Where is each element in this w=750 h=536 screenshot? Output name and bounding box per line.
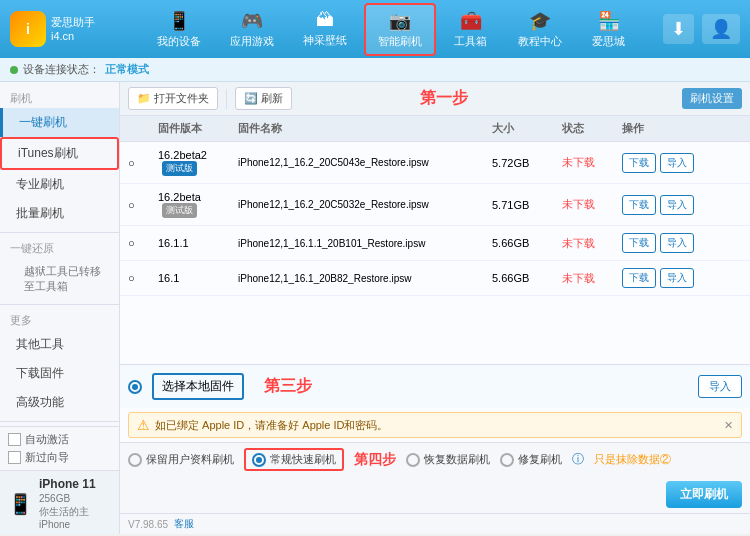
th-version: 固件版本 [158,121,238,136]
auto-detect-check[interactable]: 自动激活 [8,432,69,447]
logo: i 爱思助手 i4.cn [10,11,100,47]
flash-option-normal-fast[interactable]: 常规快速刷机 [244,448,344,471]
warn-link[interactable]: 只是抹除数据② [594,452,671,467]
sidebar-item-other-tools[interactable]: 其他工具 [0,330,119,359]
auto-detect-checkbox[interactable] [8,433,21,446]
wallpaper-label: 神采壁纸 [303,33,347,48]
sidebar-item-restore-tool[interactable]: 越狱工具已转移至工具箱 [0,258,119,300]
step4-label: 第四步 [354,451,396,469]
status-dot [10,66,18,74]
account-button[interactable]: 👤 [702,14,740,44]
nav-apps-games[interactable]: 🎮 应用游戏 [218,5,286,54]
import-btn-0[interactable]: 导入 [660,153,694,173]
nav-aisou[interactable]: 🏪 爱思城 [579,5,639,54]
flash-option-keep-data[interactable]: 保留用户资料刷机 [128,452,234,467]
row-radio-1[interactable]: ○ [128,199,158,211]
toolbar-sep [226,89,227,109]
status-bar: 设备连接状态： 正常模式 [0,58,750,82]
row-radio-0[interactable]: ○ [128,157,158,169]
guide-checkbox[interactable] [8,451,21,464]
step1-label: 第一步 [420,88,468,109]
download-fw-label: 下载固件 [16,365,64,382]
nav-tutorial[interactable]: 🎓 教程中心 [506,5,574,54]
row-size-2: 5.66GB [492,237,562,249]
sidebar-item-batch-flash[interactable]: 批量刷机 [0,199,119,228]
normal-fast-radio[interactable] [252,453,266,467]
tutorial-icon: 🎓 [529,10,551,32]
flash-option-recovery[interactable]: 恢复数据刷机 [406,452,490,467]
itunes-label: iTunes刷机 [18,145,78,162]
flash-option-stop[interactable]: 修复刷机 [500,452,562,467]
warning-close[interactable]: ✕ [724,419,733,432]
import-btn-2[interactable]: 导入 [660,233,694,253]
sidebar-item-one-click[interactable]: 一键刷机 [0,108,119,137]
recovery-radio[interactable] [406,453,420,467]
normal-fast-label: 常规快速刷机 [270,452,336,467]
table-row: ○ 16.2beta2 测试版 iPhone12,1_16.2_20C5043e… [120,142,750,184]
download-btn-2[interactable]: 下载 [622,233,656,253]
local-import-button[interactable]: 导入 [698,375,742,398]
row-name-1: iPhone12,1_16.2_20C5032e_Restore.ipsw [238,199,492,210]
local-firmware-radio[interactable] [128,380,142,394]
th-size: 大小 [492,121,562,136]
service-link[interactable]: 客服 [174,517,194,531]
my-devices-icon: 📱 [168,10,190,32]
import-btn-1[interactable]: 导入 [660,195,694,215]
batch-flash-label: 批量刷机 [16,205,64,222]
logo-text: 爱思助手 i4.cn [51,15,95,44]
guide-check[interactable]: 新过向导 [8,450,69,465]
sidebar-item-advanced[interactable]: 高级功能 [0,388,119,417]
device-panel: 📱 iPhone 11 256GB 你生活的主iPhone [0,470,119,534]
header: i 爱思助手 i4.cn 📱 我的设备 🎮 应用游戏 🏔 神采壁纸 📷 智能刷机… [0,0,750,58]
import-btn-3[interactable]: 导入 [660,268,694,288]
smart-flash-label: 智能刷机 [378,34,422,49]
wallpaper-icon: 🏔 [316,10,334,31]
flash-now-button[interactable]: 立即刷机 [666,481,742,508]
nav-smart-flash[interactable]: 📷 智能刷机 [364,3,436,56]
download-button[interactable]: ⬇ [663,14,694,44]
download-btn-0[interactable]: 下载 [622,153,656,173]
download-btn-3[interactable]: 下载 [622,268,656,288]
content-area: 📁 打开文件夹 🔄 刷新 第一步 刷机设置 固件版本 固件名称 大小 状态 操作… [120,82,750,534]
keep-data-label: 保留用户资料刷机 [146,452,234,467]
row-status-1: 未下载 [562,197,622,212]
sidebar-item-download-fw[interactable]: 下载固件 [0,359,119,388]
step3-label: 第三步 [264,376,312,397]
row-size-1: 5.71GB [492,199,562,211]
download-btn-1[interactable]: 下载 [622,195,656,215]
row-version-1: 16.2beta 测试版 [158,191,238,218]
th-action: 操作 [622,121,742,136]
open-folder-button[interactable]: 📁 打开文件夹 [128,87,218,110]
keep-data-radio[interactable] [128,453,142,467]
refresh-button[interactable]: 🔄 刷新 [235,87,292,110]
logo-name: 爱思助手 [51,15,95,29]
status-mode: 正常模式 [105,62,149,77]
header-right: ⬇ 👤 [663,14,740,44]
apps-icon: 🎮 [241,10,263,32]
table-row: ○ 16.1.1 iPhone12,1_16.1.1_20B101_Restor… [120,226,750,261]
device-name: iPhone 11 256GB [39,477,111,505]
info-icon[interactable]: ⓘ [572,451,584,468]
logo-icon: i [10,11,46,47]
badge-0: 测试版 [162,161,197,176]
row-radio-2[interactable]: ○ [128,237,158,249]
pro-flash-label: 专业刷机 [16,176,64,193]
nav-toolbox[interactable]: 🧰 工具箱 [441,5,501,54]
table-header: 固件版本 固件名称 大小 状态 操作 [120,116,750,142]
warning-icon: ⚠ [137,417,150,433]
row-actions-1: 下载 导入 [622,195,742,215]
sidebar-item-pro-flash[interactable]: 专业刷机 [0,170,119,199]
flash-settings-button[interactable]: 刷机设置 [682,88,742,109]
recovery-label: 恢复数据刷机 [424,452,490,467]
row-radio-3[interactable]: ○ [128,272,158,284]
local-firmware-row: 选择本地固件 第三步 导入 [120,364,750,408]
sidebar-item-itunes[interactable]: iTunes刷机 第二步 [0,137,119,170]
toolbox-label: 工具箱 [454,34,487,49]
device-user: 你生活的主iPhone [39,505,111,530]
refresh-label: 刷新 [261,91,283,106]
nav-my-devices[interactable]: 📱 我的设备 [145,5,213,54]
local-firmware-label: 选择本地固件 [152,373,244,400]
nav-wallpaper[interactable]: 🏔 神采壁纸 [291,5,359,53]
stop-radio[interactable] [500,453,514,467]
th-select [128,121,158,136]
